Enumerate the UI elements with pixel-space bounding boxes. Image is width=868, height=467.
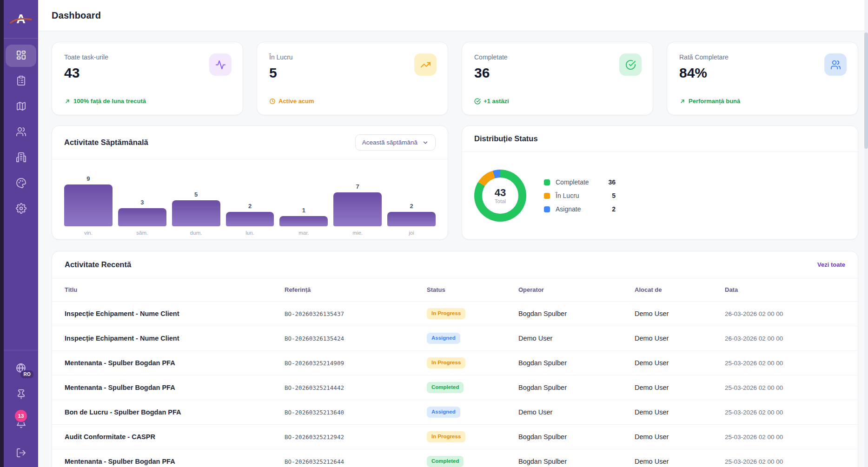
bar-rect[interactable]: [172, 200, 220, 226]
sidebar-item-organization[interactable]: [6, 147, 36, 169]
status-badge: Assigned: [427, 333, 460, 344]
stat-value: 84%: [679, 65, 846, 81]
row-operator: Bogdan Spulber: [518, 425, 635, 449]
stat-card-1: În Lucru5Active acum: [257, 42, 448, 115]
row-date: 26-03-2026 02 00 00: [725, 326, 845, 350]
row-title: Mentenanta - Spulber Bogdan PFA: [65, 375, 285, 400]
status-legend: Completate36În Lucru5Asignate2: [544, 178, 616, 213]
row-reference: BO-20260325212644: [285, 449, 427, 467]
sidebar-item-map[interactable]: [6, 96, 36, 118]
row-reference: BO-20260325214442: [285, 375, 427, 400]
row-reference: BO-20260325213640: [285, 400, 427, 424]
week-range-label: Această săptămână: [362, 139, 417, 146]
row-date: 25-03-2026 02 00 00: [725, 449, 845, 467]
bar-vin.: 9vin.: [64, 175, 113, 226]
weekly-activity-title: Activitate Săptămânală: [64, 138, 148, 147]
column-header-2: Status: [427, 278, 518, 301]
sidebar-item-tasks[interactable]: [6, 70, 36, 92]
row-operator: Bogdan Spulber: [518, 375, 635, 400]
status-badge: Completed: [427, 456, 464, 467]
week-range-select[interactable]: Această săptămână: [355, 134, 436, 151]
stat-label: Rată Completare: [679, 53, 846, 61]
arrow-up-right-icon: [679, 98, 686, 105]
row-date: 25-03-2026 02 00 00: [725, 375, 845, 400]
legend-label: Asignate: [556, 205, 604, 213]
charts-row: Activitate Săptămânală Această săptămână…: [52, 125, 858, 240]
row-status-cell: Assigned: [427, 400, 518, 424]
map-icon: [16, 101, 27, 113]
sidebar-item-settings[interactable]: [6, 198, 36, 220]
bar-rect[interactable]: [64, 184, 113, 226]
donut-center: 43 Total: [482, 178, 518, 214]
column-header-4: Alocat de: [635, 278, 725, 301]
sidebar-item-team[interactable]: [6, 121, 36, 144]
weekly-activity-card: Activitate Săptămânală Această săptămână…: [52, 125, 448, 240]
row-date: 25-03-2026 02 00 00: [725, 400, 845, 424]
column-header-5: Data: [725, 278, 845, 301]
bar-value-label: 2: [410, 203, 413, 210]
row-operator: Bogdan Spulber: [518, 449, 635, 467]
bar-rect[interactable]: [333, 192, 382, 226]
bar-value-label: 1: [302, 207, 305, 214]
row-status-cell: Completed: [427, 449, 518, 467]
status-badge: Assigned: [427, 407, 460, 418]
bar-rect[interactable]: [226, 212, 274, 226]
scrollbar-thumb[interactable]: [864, 33, 868, 149]
column-header-3: Operator: [518, 278, 635, 301]
bar-day-label: mar.: [298, 230, 309, 236]
bar-day-label: mie.: [352, 230, 363, 236]
row-title: Inspecție Echipament - Nume Client: [65, 326, 285, 350]
table-row-6[interactable]: Mentenanta - Spulber Bogdan PFABO-202603…: [52, 449, 858, 467]
bar-mar.: 1mar.: [279, 207, 328, 226]
sidebar-item-dashboard[interactable]: [6, 45, 36, 67]
bar-rect[interactable]: [118, 208, 166, 226]
table-row-3[interactable]: Mentenanta - Spulber Bogdan PFABO-202603…: [52, 375, 858, 400]
stat-value: 5: [269, 65, 436, 81]
pin-icon: [16, 389, 27, 400]
row-operator: Demo User: [518, 400, 635, 424]
activity-icon: [215, 59, 226, 70]
sidebar-bottom: RO 13: [4, 350, 38, 462]
table-row-4[interactable]: Bon de Lucru - Spulber Bogdan PFABO-2026…: [52, 400, 858, 425]
status-distribution-card: Distribuție Status 43 Total Completate36…: [462, 125, 858, 240]
weekly-activity-header: Activitate Săptămânală Această săptămână: [52, 126, 448, 159]
table-row-2[interactable]: Mentenanta - Spulber Bogdan PFABO-202603…: [52, 351, 858, 375]
logout-button[interactable]: [10, 443, 32, 462]
column-header-1: Referință: [285, 278, 427, 301]
table-row-5[interactable]: Audit Conformitate - CASPRBO-20260325212…: [52, 425, 858, 449]
stat-icon-tile: [824, 53, 847, 76]
bar-value-label: 7: [356, 183, 359, 190]
app-logo[interactable]: A: [12, 10, 30, 28]
app-root: A RO 13: [0, 0, 868, 467]
row-assigned-by: Demo User: [635, 375, 725, 400]
bar-day-label: vin.: [84, 230, 93, 236]
notifications-button[interactable]: 13: [10, 414, 32, 432]
page-title: Dashboard: [52, 10, 101, 21]
table-row-0[interactable]: Inspecție Echipament - Nume ClientBO-202…: [52, 302, 858, 326]
bar-rect[interactable]: [279, 216, 328, 226]
notification-count-badge: 13: [15, 410, 27, 422]
stat-delta-text: Active acum: [278, 98, 314, 105]
sidebar-item-theme[interactable]: [6, 172, 36, 195]
status-badge: In Progress: [427, 308, 465, 319]
legend-label: În Lucru: [556, 192, 604, 199]
scrollbar-track[interactable]: [864, 0, 868, 467]
donut-total-label: Total: [495, 198, 506, 204]
legend-value: 5: [604, 192, 616, 199]
stat-label: Completate: [474, 53, 641, 61]
stat-delta: 100% față de luna trecută: [64, 98, 146, 105]
pin-button[interactable]: [10, 385, 32, 403]
stat-delta: Active acum: [269, 98, 314, 105]
row-date: 25-03-2026 02 00 00: [725, 351, 845, 375]
legend-swatch: [544, 179, 550, 185]
status-badge: In Progress: [427, 431, 465, 442]
bar-dum.: 5dum.: [172, 191, 220, 226]
legend-value: 2: [604, 205, 616, 213]
bar-rect[interactable]: [387, 212, 436, 226]
bar-day-label: sâm.: [136, 230, 148, 236]
language-button[interactable]: RO: [10, 359, 32, 377]
table-header-row: TitluReferințăStatusOperatorAlocat deDat…: [52, 278, 858, 302]
row-date: 26-03-2026 02 00 00: [725, 302, 845, 326]
table-row-1[interactable]: Inspecție Echipament - Nume ClientBO-202…: [52, 326, 858, 351]
view-all-link[interactable]: Vezi toate: [817, 261, 845, 268]
